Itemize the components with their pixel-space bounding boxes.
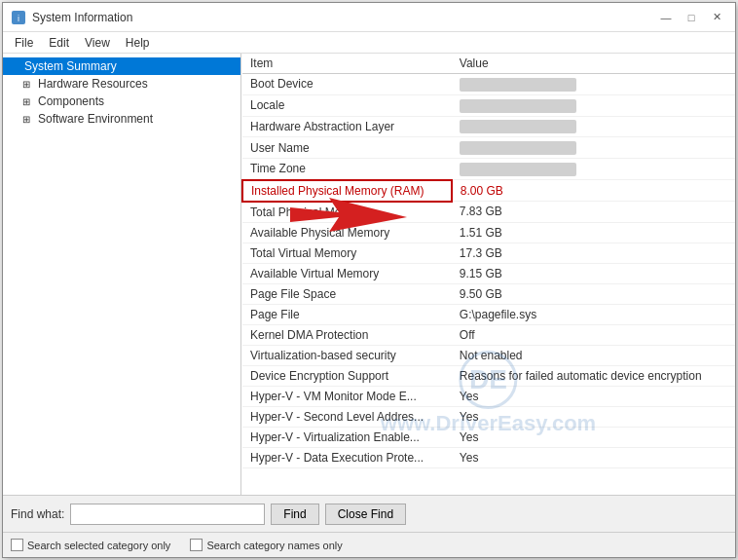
menu-edit[interactable]: Edit	[41, 34, 77, 52]
table-row: Page FileG:\pagefile.sys	[242, 304, 735, 324]
checkbox-selected-category[interactable]	[11, 539, 23, 551]
sidebar-item-software-environment[interactable]: ⊞ Software Environment	[3, 110, 240, 128]
table-row: Page File Space9.50 GB	[242, 283, 735, 304]
table-cell-value: Not enabled	[452, 345, 735, 365]
title-left: i System Information	[11, 10, 132, 25]
sidebar-item-components[interactable]: ⊞ Components	[3, 93, 240, 110]
table-cell-item: Hardware Abstraction Layer	[242, 116, 452, 137]
table-cell-value: Off	[452, 324, 735, 345]
table-cell-item: Total Virtual Memory	[242, 243, 452, 263]
table-row: Virtualization-based securityNot enabled	[242, 345, 735, 365]
info-table: Item Value Boot DeviceLocaleHardware Abs…	[241, 54, 735, 468]
table-row: Available Virtual Memory9.15 GB	[242, 263, 735, 283]
table-cell-item: Hyper-V - Virtualization Enable...	[242, 427, 452, 447]
menu-bar: File Edit View Help	[3, 32, 735, 54]
svg-text:i: i	[18, 14, 19, 23]
menu-view[interactable]: View	[77, 34, 118, 52]
status-label-1: Search selected category only	[27, 540, 170, 551]
table-header-row: Item Value	[242, 54, 735, 74]
table-cell-item: Installed Physical Memory (RAM)	[242, 180, 452, 202]
table-row: Total Physical Memory7.83 GB	[242, 202, 735, 223]
minimize-button[interactable]: —	[655, 9, 677, 26]
main-window: i System Information — □ ✕ File Edit Vie…	[2, 2, 736, 558]
table-cell-value: 9.50 GB	[452, 283, 735, 304]
table-row: Hyper-V - Virtualization Enable...Yes	[242, 427, 735, 447]
status-label-2: Search category names only	[206, 540, 342, 551]
expander-software-environment: ⊞	[22, 114, 38, 125]
main-panel: Item Value Boot DeviceLocaleHardware Abs…	[241, 54, 735, 495]
table-cell-item: Hyper-V - Data Execution Prote...	[242, 447, 452, 467]
table-cell-value: G:\pagefile.sys	[452, 304, 735, 324]
table-cell-value: 9.15 GB	[452, 263, 735, 283]
table-cell-item: Virtualization-based security	[242, 345, 452, 365]
table-cell-value	[452, 159, 735, 180]
table-cell-item: Time Zone	[242, 159, 452, 180]
status-item-1: Search selected category only	[11, 539, 170, 551]
table-cell-item: Page File Space	[242, 283, 452, 304]
window-title: System Information	[32, 11, 132, 24]
expander-components: ⊞	[22, 96, 38, 107]
table-cell-value	[452, 94, 735, 116]
close-button[interactable]: ✕	[706, 9, 727, 26]
table-row: User Name	[242, 137, 735, 159]
table-cell-value: Yes	[452, 447, 735, 467]
table-row: Device Encryption SupportReasons for fai…	[242, 365, 735, 386]
close-find-button[interactable]: Close Find	[325, 504, 406, 525]
sidebar: System Summary ⊞ Hardware Resources ⊞ Co…	[3, 54, 241, 495]
table-row: Hyper-V - Data Execution Prote...Yes	[242, 447, 735, 467]
status-bar: Search selected category only Search cat…	[3, 532, 735, 557]
table-cell-value: 17.3 GB	[452, 243, 735, 263]
find-button[interactable]: Find	[271, 504, 318, 525]
sidebar-label-hardware-resources: Hardware Resources	[38, 77, 148, 91]
title-bar: i System Information — □ ✕	[3, 3, 735, 32]
menu-file[interactable]: File	[7, 34, 41, 52]
data-table[interactable]: Item Value Boot DeviceLocaleHardware Abs…	[241, 54, 735, 495]
sidebar-label-components: Components	[38, 94, 104, 108]
table-row: Locale	[242, 94, 735, 116]
sidebar-item-system-summary[interactable]: System Summary	[3, 57, 240, 75]
find-input[interactable]	[70, 504, 265, 525]
table-row: Total Virtual Memory17.3 GB	[242, 243, 735, 263]
table-cell-item: Available Physical Memory	[242, 222, 452, 243]
maximize-button[interactable]: □	[681, 9, 702, 26]
status-item-2: Search category names only	[190, 539, 342, 551]
title-controls: — □ ✕	[655, 9, 727, 26]
col-header-value: Value	[452, 54, 735, 74]
table-cell-value	[452, 137, 735, 159]
table-cell-value: Yes	[452, 427, 735, 447]
table-row: Hardware Abstraction Layer	[242, 116, 735, 137]
table-cell-item: Page File	[242, 304, 452, 324]
sidebar-item-hardware-resources[interactable]: ⊞ Hardware Resources	[3, 75, 240, 93]
content-area: System Summary ⊞ Hardware Resources ⊞ Co…	[3, 54, 735, 495]
checkbox-category-names[interactable]	[190, 539, 203, 551]
table-cell-value: 8.00 GB	[452, 180, 735, 202]
table-cell-item: User Name	[242, 137, 452, 159]
table-row: Installed Physical Memory (RAM)8.00 GB	[242, 180, 735, 202]
table-cell-value	[452, 116, 735, 137]
find-bar: Find what: Find Close Find	[3, 495, 735, 532]
table-cell-value: 7.83 GB	[452, 202, 735, 223]
sidebar-label-system-summary: System Summary	[24, 59, 117, 73]
table-cell-value: Reasons for failed automatic device encr…	[452, 365, 735, 386]
table-row: Kernel DMA ProtectionOff	[242, 324, 735, 345]
table-cell-item: Locale	[242, 94, 452, 116]
table-cell-item: Kernel DMA Protection	[242, 324, 452, 345]
menu-help[interactable]: Help	[118, 34, 158, 52]
table-row: Boot Device	[242, 74, 735, 95]
table-cell-value	[452, 74, 735, 95]
table-cell-item: Device Encryption Support	[242, 365, 452, 386]
table-cell-item: Available Virtual Memory	[242, 263, 452, 283]
table-row: Time Zone	[242, 159, 735, 180]
table-cell-value: Yes	[452, 386, 735, 406]
table-row: Hyper-V - VM Monitor Mode E...Yes	[242, 386, 735, 406]
col-header-item: Item	[242, 54, 452, 74]
table-cell-item: Total Physical Memory	[242, 202, 452, 223]
expander-hardware-resources: ⊞	[22, 79, 38, 90]
table-row: Available Physical Memory1.51 GB	[242, 222, 735, 243]
table-cell-item: Boot Device	[242, 74, 452, 95]
table-cell-value: Yes	[452, 406, 735, 427]
find-label: Find what:	[11, 507, 64, 521]
app-icon: i	[11, 10, 26, 25]
table-row: Hyper-V - Second Level Addres...Yes	[242, 406, 735, 427]
table-cell-value: 1.51 GB	[452, 222, 735, 243]
